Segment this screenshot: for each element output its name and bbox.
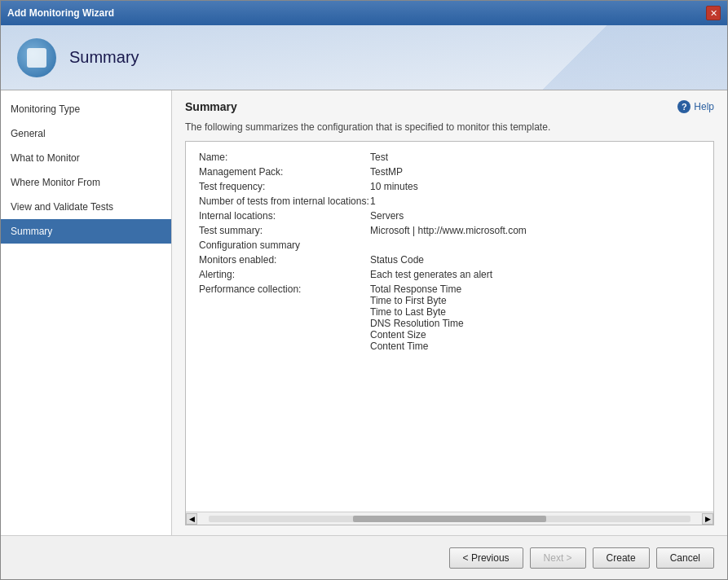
summary-value: Servers [370, 210, 404, 222]
summary-value: Content Size [370, 329, 464, 341]
summary-label: Configuration summary [199, 239, 370, 251]
section-title: Summary [185, 100, 237, 113]
summary-value: 10 minutes [370, 181, 418, 192]
summary-label: Name: [199, 152, 370, 163]
description-text: The following summarizes the configurati… [185, 121, 714, 133]
summary-value: Total Response Time [370, 283, 464, 295]
summary-row: Performance collection:Total Response Ti… [199, 283, 700, 352]
create-button[interactable]: Create [593, 547, 650, 569]
previous-button[interactable]: < Previous [449, 547, 523, 569]
help-icon: ? [677, 100, 690, 113]
summary-row: Monitors enabled:Status Code [199, 254, 700, 266]
close-button[interactable]: ✕ [706, 6, 721, 20]
summary-row: Test frequency:10 minutes [199, 181, 700, 192]
summary-row: Alerting:Each test generates an alert [199, 269, 700, 280]
title-bar: Add Monitoring Wizard ✕ [1, 1, 727, 25]
wizard-footer: < Previous Next > Create Cancel [1, 535, 727, 579]
main-area: Summary ? Help The following summarizes … [172, 90, 727, 535]
sidebar-item-view-validate[interactable]: View and Validate Tests [1, 195, 171, 219]
window-title: Add Monitoring Wizard [7, 7, 114, 19]
summary-content: Name:TestManagement Pack:TestMPTest freq… [186, 142, 713, 512]
summary-row: Management Pack:TestMP [199, 166, 700, 178]
summary-row: Internal locations:Servers [199, 210, 700, 222]
help-label: Help [694, 101, 714, 112]
sidebar: Monitoring TypeGeneralWhat to MonitorWhe… [1, 90, 172, 535]
summary-label: Management Pack: [199, 166, 370, 178]
scroll-track[interactable] [209, 516, 690, 522]
summary-value: Content Time [370, 341, 464, 352]
wizard-icon [17, 38, 56, 77]
summary-row: Configuration summary [199, 239, 700, 251]
summary-value: Time to Last Byte [370, 306, 464, 318]
summary-label: Number of tests from internal locations: [199, 196, 370, 207]
cancel-button[interactable]: Cancel [656, 547, 714, 569]
summary-label: Alerting: [199, 269, 370, 280]
header-decoration [483, 25, 727, 90]
horizontal-scrollbar[interactable]: ◀ ▶ [186, 512, 713, 525]
sidebar-item-summary[interactable]: Summary [1, 219, 171, 244]
summary-value: TestMP [370, 166, 403, 178]
summary-row: Name:Test [199, 152, 700, 163]
summary-value: 1 [370, 196, 376, 207]
summary-value: DNS Resolution Time [370, 318, 464, 329]
summary-box: Name:TestManagement Pack:TestMPTest freq… [185, 141, 714, 525]
summary-label: Test summary: [199, 225, 370, 236]
wizard-header: Summary [1, 25, 727, 90]
summary-label: Test frequency: [199, 181, 370, 192]
page-title: Summary [69, 48, 139, 67]
summary-multi-value: Total Response TimeTime to First ByteTim… [370, 283, 464, 352]
summary-value: Microsoft | http://www.microsoft.com [370, 225, 527, 236]
summary-value: Test [370, 152, 388, 163]
summary-label: Monitors enabled: [199, 254, 370, 266]
sidebar-item-what-to-monitor[interactable]: What to Monitor [1, 146, 171, 170]
scroll-thumb[interactable] [353, 516, 545, 522]
sidebar-item-monitoring-type[interactable]: Monitoring Type [1, 97, 171, 121]
summary-label: Internal locations: [199, 210, 370, 222]
summary-value: Each test generates an alert [370, 269, 492, 280]
scroll-right-arrow[interactable]: ▶ [702, 513, 713, 525]
next-button[interactable]: Next > [530, 547, 586, 569]
sidebar-item-where-monitor-from[interactable]: Where Monitor From [1, 170, 171, 195]
content-area: Monitoring TypeGeneralWhat to MonitorWhe… [1, 90, 727, 535]
help-link[interactable]: ? Help [677, 100, 714, 113]
summary-value: Time to First Byte [370, 295, 464, 306]
sidebar-item-general[interactable]: General [1, 121, 171, 146]
scroll-left-arrow[interactable]: ◀ [186, 513, 197, 525]
summary-label: Performance collection: [199, 283, 370, 352]
main-header: Summary ? Help [185, 100, 714, 113]
wizard-window: Add Monitoring Wizard ✕ Summary Monitori… [0, 0, 728, 580]
summary-row: Test summary:Microsoft | http://www.micr… [199, 225, 700, 236]
summary-value: Status Code [370, 254, 424, 266]
summary-row: Number of tests from internal locations:… [199, 196, 700, 207]
